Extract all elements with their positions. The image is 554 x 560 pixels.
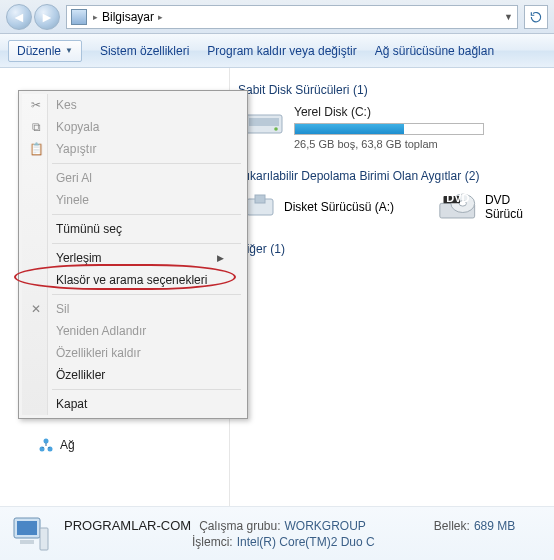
removable-row: Disket Sürücüsü (A:) DVD DVD Sürücü bbox=[244, 191, 546, 223]
menu-label: Yerleşim bbox=[56, 251, 102, 265]
drive-item-c[interactable]: Yerel Disk (C:) 26,5 GB boş, 63,8 GB top… bbox=[244, 105, 546, 150]
nav-buttons: ◄ ► bbox=[6, 4, 60, 30]
group-count: (1) bbox=[270, 242, 285, 256]
menu-label: Tümünü seç bbox=[56, 222, 122, 236]
breadcrumb[interactable]: ▸ Bilgisayar ▸ bbox=[93, 10, 163, 24]
address-bar[interactable]: ▸ Bilgisayar ▸ ▼ bbox=[66, 5, 518, 29]
svg-rect-6 bbox=[249, 118, 279, 126]
floppy-icon bbox=[244, 193, 276, 221]
menu-label: Kapat bbox=[56, 397, 87, 411]
svg-rect-16 bbox=[17, 521, 37, 535]
details-pane: PROGRAMLAR-COM Çalışma grubu:WORKGROUP B… bbox=[0, 506, 554, 560]
dvd-label: DVD Sürücü bbox=[485, 193, 546, 221]
group-count: (1) bbox=[353, 83, 368, 97]
drive-name: Yerel Disk (C:) bbox=[294, 105, 484, 119]
menu-label: Özellikleri kaldır bbox=[56, 346, 141, 360]
menu-label: Sil bbox=[56, 302, 69, 316]
menu-layout[interactable]: Yerleşim▶ bbox=[22, 247, 244, 269]
paste-icon: 📋 bbox=[28, 142, 44, 156]
back-button[interactable]: ◄ bbox=[6, 4, 32, 30]
svg-point-2 bbox=[40, 447, 45, 452]
menu-separator bbox=[52, 389, 241, 390]
menu-label: Yapıştır bbox=[56, 142, 96, 156]
svg-rect-17 bbox=[40, 528, 48, 550]
network-icon bbox=[38, 437, 54, 453]
group-title: Sabit Disk Sürücüleri bbox=[238, 83, 349, 97]
menu-label: Kopyala bbox=[56, 120, 99, 134]
menu-label: Yeniden Adlandır bbox=[56, 324, 146, 338]
menu-rename[interactable]: Yeniden Adlandır bbox=[22, 320, 244, 342]
hdd-icon bbox=[244, 105, 284, 139]
titlebar: ◄ ► ▸ Bilgisayar ▸ ▼ bbox=[0, 0, 554, 34]
nav-network-item[interactable]: Ağ bbox=[38, 434, 229, 456]
menu-label: Kes bbox=[56, 98, 77, 112]
group-title: Çıkarılabilir Depolama Birimi Olan Aygıt… bbox=[238, 169, 461, 183]
content-pane: Sabit Disk Sürücüleri (1) Yerel Disk (C:… bbox=[230, 68, 554, 506]
computer-name: PROGRAMLAR-COM bbox=[64, 518, 191, 533]
caret-down-icon: ▼ bbox=[65, 46, 73, 55]
drive-usage-bar bbox=[294, 123, 484, 135]
menu-delete[interactable]: ✕Sil bbox=[22, 298, 244, 320]
command-bar: Düzenle ▼ Sistem özellikleri Program kal… bbox=[0, 34, 554, 68]
computer-icon bbox=[71, 9, 87, 25]
delete-icon: ✕ bbox=[28, 302, 44, 316]
copy-icon: ⧉ bbox=[28, 120, 44, 134]
cut-icon: ✂ bbox=[28, 98, 44, 112]
nav-item-label: Ağ bbox=[60, 438, 75, 452]
menu-folder-options[interactable]: Klasör ve arama seçenekleri bbox=[22, 269, 244, 291]
menu-redo[interactable]: Yinele bbox=[22, 189, 244, 211]
group-removable-header[interactable]: Çıkarılabilir Depolama Birimi Olan Aygıt… bbox=[238, 168, 546, 183]
menu-label: Geri Al bbox=[56, 171, 92, 185]
menu-close[interactable]: Kapat bbox=[22, 393, 244, 415]
menu-copy[interactable]: ⧉Kopyala bbox=[22, 116, 244, 138]
map-network-drive-button[interactable]: Ağ sürücüsüne bağlan bbox=[375, 44, 494, 58]
group-hdd-header[interactable]: Sabit Disk Sürücüleri (1) bbox=[238, 82, 546, 97]
floppy-label: Disket Sürücüsü (A:) bbox=[284, 200, 394, 214]
refresh-icon bbox=[529, 10, 543, 24]
svg-rect-18 bbox=[20, 540, 34, 544]
menu-separator bbox=[52, 243, 241, 244]
menu-remove-properties[interactable]: Özellikleri kaldır bbox=[22, 342, 244, 364]
menu-separator bbox=[52, 214, 241, 215]
dvd-item[interactable]: DVD DVD Sürücü bbox=[438, 191, 546, 223]
menu-undo[interactable]: Geri Al bbox=[22, 167, 244, 189]
memory-field: Bellek:689 MB bbox=[434, 519, 515, 533]
organize-button[interactable]: Düzenle ▼ bbox=[8, 40, 82, 62]
chevron-right-icon: ▸ bbox=[93, 12, 98, 22]
menu-cut[interactable]: ✂Kes bbox=[22, 94, 244, 116]
submenu-arrow-icon: ▶ bbox=[217, 253, 224, 263]
group-other-header[interactable]: Diğer (1) bbox=[238, 241, 546, 256]
floppy-item[interactable]: Disket Sürücüsü (A:) bbox=[244, 193, 428, 221]
forward-button[interactable]: ► bbox=[34, 4, 60, 30]
organize-label: Düzenle bbox=[17, 44, 61, 58]
system-properties-button[interactable]: Sistem özellikleri bbox=[100, 44, 189, 58]
drive-body: Yerel Disk (C:) 26,5 GB boş, 63,8 GB top… bbox=[294, 105, 484, 150]
menu-select-all[interactable]: Tümünü seç bbox=[22, 218, 244, 240]
svg-rect-9 bbox=[255, 195, 265, 203]
menu-separator bbox=[52, 294, 241, 295]
menu-properties[interactable]: Özellikler bbox=[22, 364, 244, 386]
drive-usage-fill bbox=[295, 124, 404, 134]
menu-label: Özellikler bbox=[56, 368, 105, 382]
chevron-right-icon: ▸ bbox=[158, 12, 163, 22]
drive-free-text: 26,5 GB boş, 63,8 GB toplam bbox=[294, 138, 484, 150]
organize-context-menu: ✂Kes ⧉Kopyala 📋Yapıştır Geri Al Yinele T… bbox=[18, 90, 248, 419]
workgroup-field: Çalışma grubu:WORKGROUP bbox=[199, 519, 366, 533]
refresh-button[interactable] bbox=[524, 5, 548, 29]
details-text: PROGRAMLAR-COM Çalışma grubu:WORKGROUP B… bbox=[64, 518, 515, 549]
processor-field: İşlemci:Intel(R) Core(TM)2 Duo C bbox=[192, 535, 375, 549]
uninstall-program-button[interactable]: Program kaldır veya değiştir bbox=[207, 44, 356, 58]
menu-paste[interactable]: 📋Yapıştır bbox=[22, 138, 244, 160]
menu-label: Klasör ve arama seçenekleri bbox=[56, 273, 207, 287]
svg-point-4 bbox=[44, 439, 49, 444]
group-count: (2) bbox=[465, 169, 480, 183]
svg-point-7 bbox=[274, 127, 278, 131]
svg-text:DVD: DVD bbox=[447, 192, 470, 204]
computer-large-icon bbox=[10, 514, 52, 554]
breadcrumb-label: Bilgisayar bbox=[102, 10, 154, 24]
dvd-drive-icon: DVD bbox=[438, 191, 476, 223]
menu-separator bbox=[52, 163, 241, 164]
address-dropdown-icon[interactable]: ▼ bbox=[504, 12, 513, 22]
menu-label: Yinele bbox=[56, 193, 89, 207]
